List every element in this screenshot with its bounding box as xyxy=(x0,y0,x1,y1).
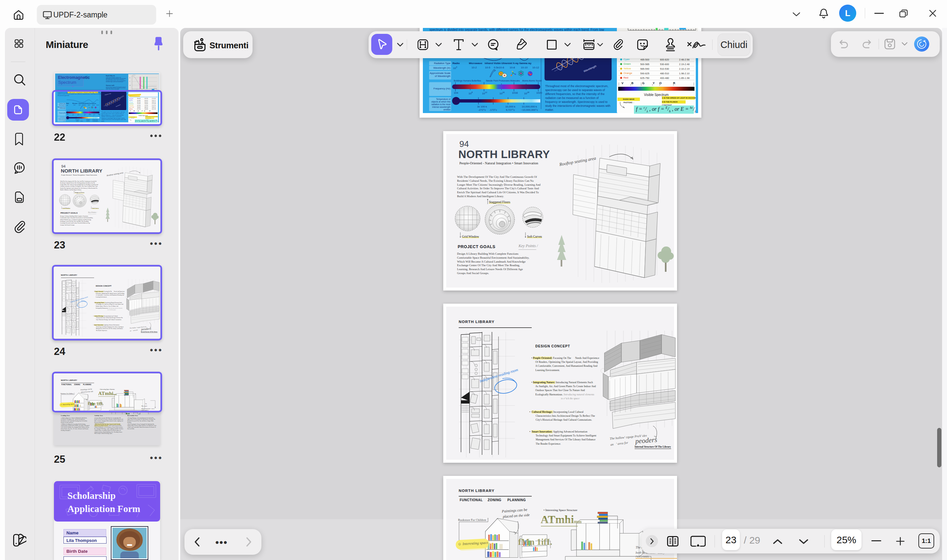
svg-text:Wavelength: Wavelength xyxy=(583,65,597,73)
svg-text:Rooftop seating area: Rooftop seating area xyxy=(559,156,596,167)
